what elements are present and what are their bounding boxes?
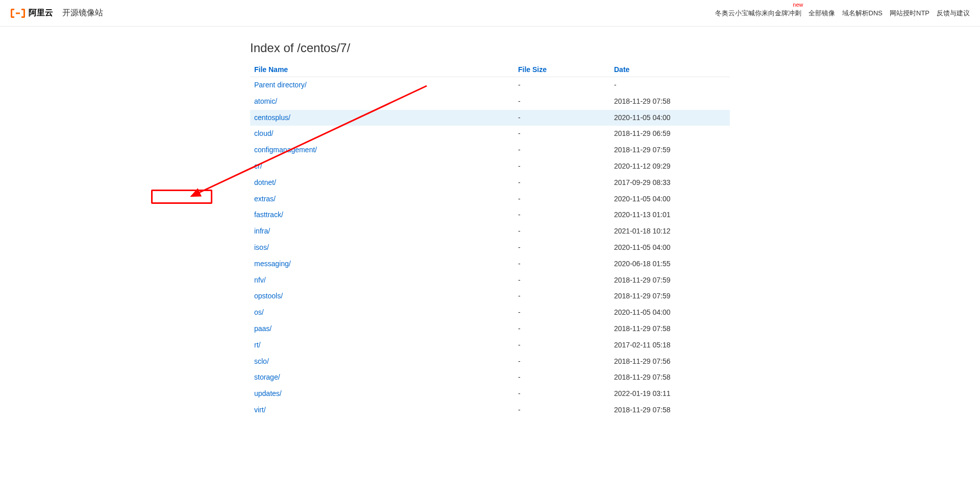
file-link[interactable]: centosplus/ — [254, 113, 290, 122]
file-link[interactable]: configmanagement/ — [254, 146, 317, 154]
file-size: - — [514, 369, 610, 386]
file-date: 2020-11-05 04:00 — [610, 305, 730, 321]
file-link[interactable]: updates/ — [254, 389, 282, 398]
file-link[interactable]: dotnet/ — [254, 178, 276, 186]
file-size: - — [514, 77, 610, 93]
table-row: atomic/-2018-11-29 07:58 — [250, 93, 730, 110]
file-size: - — [514, 288, 610, 305]
file-size: - — [514, 207, 610, 223]
file-link[interactable]: sclo/ — [254, 357, 269, 365]
nav-item-0[interactable]: 冬奥云小宝喊你来向金牌冲刺new — [715, 9, 801, 18]
file-date: 2018-11-29 07:56 — [610, 354, 730, 370]
file-size: - — [514, 354, 610, 370]
file-link[interactable]: infra/ — [254, 227, 270, 235]
file-size: - — [514, 305, 610, 321]
file-size: - — [514, 240, 610, 256]
file-size: - — [514, 321, 610, 337]
file-link[interactable]: storage/ — [254, 373, 280, 381]
file-date: 2017-02-11 05:18 — [610, 337, 730, 354]
file-link[interactable]: nfv/ — [254, 276, 266, 284]
file-link[interactable]: cloud/ — [254, 129, 273, 137]
col-header-date[interactable]: Date — [614, 65, 629, 74]
file-size: - — [514, 402, 610, 418]
table-row: cloud/-2018-11-29 06:59 — [250, 126, 730, 142]
file-date: 2017-09-29 08:33 — [610, 175, 730, 191]
file-link[interactable]: Parent directory/ — [254, 81, 307, 89]
file-link[interactable]: virt/ — [254, 406, 266, 414]
table-row: centosplus/-2020-11-05 04:00 — [250, 110, 730, 126]
file-date: 2018-11-29 06:59 — [610, 126, 730, 142]
header: 阿里云 开源镜像站 冬奥云小宝喊你来向金牌冲刺new全部镜像域名解析DNS网站授… — [0, 0, 980, 27]
file-link[interactable]: opstools/ — [254, 292, 283, 300]
file-date: - — [610, 77, 730, 93]
file-link[interactable]: paas/ — [254, 324, 272, 333]
file-size: - — [514, 142, 610, 158]
file-size: - — [514, 93, 610, 110]
file-link[interactable]: messaging/ — [254, 260, 291, 268]
file-date: 2022-01-19 03:11 — [610, 386, 730, 402]
file-date: 2021-01-18 10:12 — [610, 223, 730, 240]
file-date: 2018-11-29 07:58 — [610, 402, 730, 418]
file-date: 2020-11-05 04:00 — [610, 191, 730, 207]
file-link[interactable]: atomic/ — [254, 97, 277, 105]
file-size: - — [514, 191, 610, 207]
table-row: updates/-2022-01-19 03:11 — [250, 386, 730, 402]
col-header-size[interactable]: File Size — [518, 65, 547, 74]
table-row: infra/-2021-01-18 10:12 — [250, 223, 730, 240]
table-row: os/-2020-11-05 04:00 — [250, 305, 730, 321]
file-size: - — [514, 223, 610, 240]
file-link[interactable]: rt/ — [254, 341, 260, 349]
table-row: nfv/-2018-11-29 07:59 — [250, 272, 730, 289]
annotation-highlight-box — [151, 190, 212, 204]
table-row: dotnet/-2017-09-29 08:33 — [250, 175, 730, 191]
nav-item-2[interactable]: 域名解析DNS — [842, 9, 883, 18]
table-row: storage/-2018-11-29 07:58 — [250, 369, 730, 386]
file-date: 2018-11-29 07:58 — [610, 369, 730, 386]
table-row: cr/-2020-11-12 09:29 — [250, 158, 730, 175]
table-row: rt/-2017-02-11 05:18 — [250, 337, 730, 354]
aliyun-bracket-icon — [10, 8, 26, 19]
table-row: extras/-2020-11-05 04:00 — [250, 191, 730, 207]
table-row: virt/-2018-11-29 07:58 — [250, 402, 730, 418]
file-date: 2018-11-29 07:59 — [610, 142, 730, 158]
file-size: - — [514, 126, 610, 142]
file-size: - — [514, 272, 610, 289]
table-row: opstools/-2018-11-29 07:59 — [250, 288, 730, 305]
file-date: 2020-11-13 01:01 — [610, 207, 730, 223]
file-date: 2020-11-12 09:29 — [610, 158, 730, 175]
header-nav: 冬奥云小宝喊你来向金牌冲刺new全部镜像域名解析DNS网站授时NTP反馈与建议 — [715, 9, 970, 18]
file-link[interactable]: isos/ — [254, 243, 269, 251]
header-left: 阿里云 开源镜像站 — [10, 8, 103, 19]
table-row: sclo/-2018-11-29 07:56 — [250, 354, 730, 370]
file-link[interactable]: fasttrack/ — [254, 211, 283, 219]
file-size: - — [514, 386, 610, 402]
file-size: - — [514, 110, 610, 126]
table-row: paas/-2018-11-29 07:58 — [250, 321, 730, 337]
file-date: 2020-06-18 01:55 — [610, 256, 730, 272]
file-date: 2020-11-05 04:00 — [610, 240, 730, 256]
file-date: 2020-11-05 04:00 — [610, 110, 730, 126]
table-row: configmanagement/-2018-11-29 07:59 — [250, 142, 730, 158]
file-date: 2018-11-29 07:58 — [610, 321, 730, 337]
table-row: Parent directory/-- — [250, 77, 730, 93]
file-size: - — [514, 158, 610, 175]
nav-new-badge: new — [793, 2, 803, 8]
page-title: Index of /centos/7/ — [250, 41, 730, 55]
file-link[interactable]: os/ — [254, 308, 264, 316]
file-link[interactable]: extras/ — [254, 195, 276, 203]
table-row: isos/-2020-11-05 04:00 — [250, 240, 730, 256]
nav-item-3[interactable]: 网站授时NTP — [890, 9, 929, 18]
col-header-name[interactable]: File Name — [254, 65, 288, 74]
nav-item-4[interactable]: 反馈与建议 — [937, 9, 970, 18]
site-title[interactable]: 开源镜像站 — [62, 8, 103, 18]
table-row: messaging/-2020-06-18 01:55 — [250, 256, 730, 272]
file-size: - — [514, 337, 610, 354]
file-date: 2018-11-29 07:58 — [610, 93, 730, 110]
file-date: 2018-11-29 07:59 — [610, 272, 730, 289]
nav-item-1[interactable]: 全部镜像 — [808, 9, 835, 18]
logo[interactable]: 阿里云 — [10, 8, 53, 19]
content: Index of /centos/7/ File Name File Size … — [245, 27, 735, 439]
file-link[interactable]: cr/ — [254, 162, 262, 170]
logo-text: 阿里云 — [29, 8, 53, 18]
table-row: fasttrack/-2020-11-13 01:01 — [250, 207, 730, 223]
